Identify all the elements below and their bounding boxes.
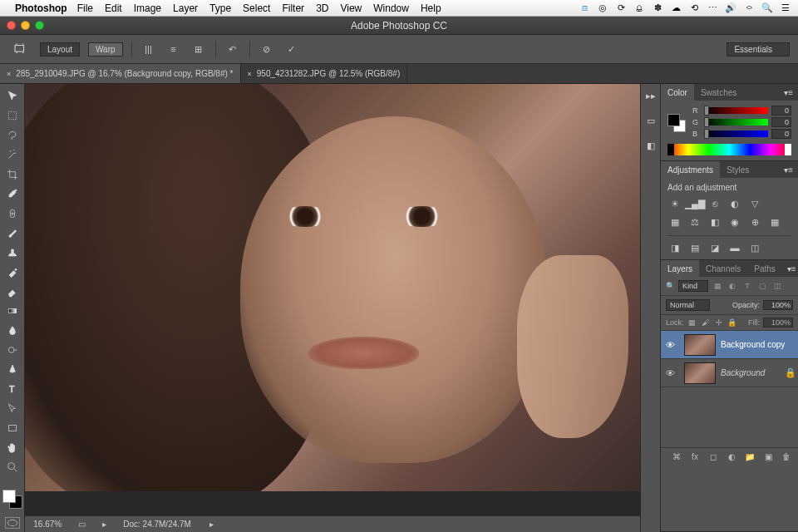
b-value[interactable]: 0 xyxy=(771,129,791,139)
close-window-button[interactable] xyxy=(7,21,16,30)
close-tab-icon[interactable]: × xyxy=(7,70,11,78)
channels-tab[interactable]: Channels xyxy=(699,260,747,277)
wifi-icon[interactable]: ⌔ xyxy=(743,2,755,14)
filter-type-icon[interactable]: T xyxy=(741,280,753,292)
swatches-tab[interactable]: Swatches xyxy=(694,84,743,101)
zoom-tool[interactable] xyxy=(2,459,22,477)
brush-tool[interactable] xyxy=(2,224,22,243)
menu-edit[interactable]: Edit xyxy=(105,2,122,14)
align-h-icon[interactable]: ≡ xyxy=(165,41,182,57)
move-tool[interactable] xyxy=(2,87,22,106)
document-tab-active[interactable]: × 285_2910049.JPG @ 16.7% (Background co… xyxy=(0,64,241,83)
menu-filter[interactable]: Filter xyxy=(282,2,304,14)
dropbox-icon[interactable]: ⧈ xyxy=(579,2,590,14)
volume-icon[interactable]: 🔊 xyxy=(725,2,736,14)
lock-pixels-icon[interactable]: 🖌 xyxy=(701,318,711,328)
curves-icon[interactable]: ⎋ xyxy=(707,197,722,210)
menu-file[interactable]: File xyxy=(77,2,93,14)
panel-menu-icon[interactable]: ▾≡ xyxy=(779,165,798,175)
g-value[interactable]: 0 xyxy=(771,117,791,127)
g-slider[interactable] xyxy=(704,119,768,126)
filter-pixel-icon[interactable]: ▦ xyxy=(712,280,723,292)
hue-icon[interactable]: ▦ xyxy=(667,215,682,229)
pen-tool[interactable] xyxy=(2,361,22,379)
blend-mode-select[interactable]: Normal xyxy=(666,299,710,311)
selective-color-icon[interactable]: ◫ xyxy=(747,241,762,254)
minimize-window-button[interactable] xyxy=(21,21,30,30)
doc-info-flyout-icon[interactable]: ▸ xyxy=(209,520,214,529)
sync2-icon[interactable]: ⟲ xyxy=(688,2,700,14)
layer-thumbnail[interactable] xyxy=(684,362,716,384)
crop-tool[interactable] xyxy=(2,165,22,184)
menu-window[interactable]: Window xyxy=(373,2,409,14)
bell-icon[interactable]: 🕭 xyxy=(633,2,645,14)
sync-icon[interactable]: ⟳ xyxy=(615,2,627,14)
paw-icon[interactable]: ✽ xyxy=(652,2,663,14)
exposure-icon[interactable]: ◐ xyxy=(727,197,742,210)
gradient-tool[interactable] xyxy=(2,303,22,321)
type-tool[interactable]: T xyxy=(2,381,22,399)
menu-type[interactable]: Type xyxy=(209,2,231,14)
magic-wand-tool[interactable] xyxy=(2,146,22,165)
close-tab-icon[interactable]: × xyxy=(248,70,252,78)
align-v-icon[interactable]: ||| xyxy=(140,41,157,57)
status-icon[interactable]: ▭ xyxy=(78,520,86,529)
commit-icon[interactable]: ✓ xyxy=(283,41,300,57)
layer-visibility-icon[interactable]: 👁 xyxy=(661,368,679,378)
workspace-switcher[interactable]: Essentials xyxy=(727,42,790,57)
canvas-viewport[interactable] xyxy=(25,84,640,515)
cancel-icon[interactable]: ⊘ xyxy=(259,41,275,57)
menu-3d[interactable]: 3D xyxy=(316,2,328,14)
delete-layer-icon[interactable]: 🗑 xyxy=(780,451,793,464)
rectangle-tool[interactable] xyxy=(2,420,22,438)
panel-menu-icon[interactable]: ▾≡ xyxy=(779,88,798,97)
fill-input[interactable]: 100% xyxy=(763,318,793,328)
layer-row[interactable]: 👁 Background copy xyxy=(661,331,798,359)
layer-name[interactable]: Background xyxy=(721,368,783,377)
dots-icon[interactable]: ⋯ xyxy=(707,2,718,14)
r-slider[interactable] xyxy=(704,107,768,114)
filter-adjust-icon[interactable]: ◐ xyxy=(727,280,738,292)
zoom-window-button[interactable] xyxy=(35,21,44,30)
paths-tab[interactable]: Paths xyxy=(747,260,782,277)
layer-name[interactable]: Background copy xyxy=(721,340,798,349)
search-icon[interactable]: 🔍 xyxy=(761,2,773,14)
path-selection-tool[interactable] xyxy=(2,400,22,418)
warp-mode-button[interactable]: Warp xyxy=(88,42,123,57)
channel-mixer-icon[interactable]: ⊕ xyxy=(747,215,762,229)
photo-filter-icon[interactable]: ◉ xyxy=(727,215,742,229)
color-spectrum[interactable] xyxy=(667,144,791,155)
levels-icon[interactable]: ▁▄▇ xyxy=(687,197,702,210)
layer-mask-icon[interactable]: ◻ xyxy=(707,451,720,464)
panel-menu-icon[interactable]: ▾≡ xyxy=(782,264,798,273)
color-chips[interactable] xyxy=(667,114,686,132)
color-balance-icon[interactable]: ⚖ xyxy=(687,215,702,229)
cc-icon[interactable]: ◎ xyxy=(597,2,608,14)
invert-icon[interactable]: ◨ xyxy=(667,241,682,254)
new-layer-icon[interactable]: ▣ xyxy=(761,451,775,464)
layer-row[interactable]: 👁 Background 🔒 xyxy=(661,359,798,387)
brightness-icon[interactable]: ☀ xyxy=(667,197,682,210)
layer-fx-icon[interactable]: fx xyxy=(688,451,702,464)
dock-expand-icon[interactable]: ▸▸ xyxy=(643,87,659,104)
layout-mode-button[interactable]: Layout xyxy=(40,42,80,57)
link-layers-icon[interactable]: ⌘ xyxy=(670,451,683,464)
menu-select[interactable]: Select xyxy=(243,2,270,14)
filter-shape-icon[interactable]: ▢ xyxy=(756,280,768,292)
menu-image[interactable]: Image xyxy=(134,2,161,14)
adjustment-layer-icon[interactable]: ◐ xyxy=(725,451,738,464)
undo-icon[interactable]: ↶ xyxy=(224,41,241,57)
healing-brush-tool[interactable] xyxy=(2,204,22,223)
properties-panel-icon[interactable]: ◧ xyxy=(643,137,659,154)
opacity-input[interactable]: 100% xyxy=(763,300,793,310)
b-slider[interactable] xyxy=(704,131,768,137)
zoom-level[interactable]: 16.67% xyxy=(33,520,62,529)
fg-color-chip[interactable] xyxy=(667,114,680,126)
layer-visibility-icon[interactable]: 👁 xyxy=(661,340,679,350)
layer-group-icon[interactable]: 📁 xyxy=(743,451,756,464)
gradient-map-icon[interactable]: ▬ xyxy=(727,241,742,254)
lasso-tool[interactable] xyxy=(2,126,22,145)
lock-transparency-icon[interactable]: ▦ xyxy=(687,318,697,328)
document-tab[interactable]: × 950_4231282.JPG @ 12.5% (RGB/8#) xyxy=(241,64,408,83)
history-panel-icon[interactable]: ▭ xyxy=(643,112,659,129)
